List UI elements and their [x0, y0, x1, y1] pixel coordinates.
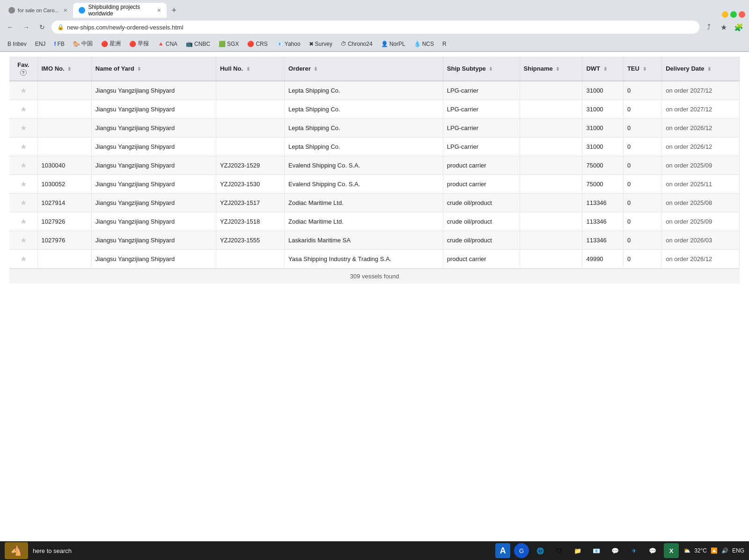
col-teu[interactable]: TEU ⇕ — [623, 57, 661, 81]
dwt-cell: 31000 — [582, 138, 623, 156]
delivery-cell: on order 2026/12 — [662, 250, 740, 269]
subtype-cell: crude oil/product — [443, 231, 520, 250]
back-button[interactable]: ← — [4, 21, 17, 34]
extensions-icon[interactable]: 🧩 — [732, 21, 745, 34]
browser-chrome: for sale on Caro... ✕ Shipbuilding proje… — [0, 0, 749, 52]
taskbar-telegram-icon[interactable]: ✈ — [626, 543, 641, 558]
bookmark-zaobao[interactable]: 🔴 早报 — [125, 39, 153, 49]
table-row: ★ 1027976 Jiangsu Yangzijiang Shipyard Y… — [9, 231, 740, 250]
bookmark-cnbc-label: CNBC — [194, 41, 210, 47]
col-dwt[interactable]: DWT ⇕ — [582, 57, 623, 81]
fav-cell[interactable]: ★ — [9, 231, 37, 250]
search-area[interactable]: here to search — [33, 547, 72, 554]
address-bar[interactable]: 🔒 new-ships.com/newly-ordered-vessels.ht… — [51, 21, 699, 34]
delivery-cell: on order 2025/11 — [662, 175, 740, 194]
bookmark-binbev[interactable]: B Inbev — [4, 40, 30, 48]
star-icon[interactable]: ★ — [20, 255, 27, 263]
subtype-cell: crude oil/product — [443, 194, 520, 212]
share-icon[interactable]: ⤴ — [702, 21, 715, 34]
bookmark-sgx[interactable]: 🟩 SGX — [215, 40, 242, 48]
bookmark-enj[interactable]: ENJ — [31, 40, 50, 48]
tab-2-close[interactable]: ✕ — [157, 7, 161, 14]
col-imo[interactable]: IMO No. ⇕ — [37, 57, 91, 81]
bookmark-yahoo[interactable]: 📧 Yahoo — [272, 40, 304, 48]
star-icon[interactable]: ★ — [20, 199, 27, 207]
shipname-cell — [520, 156, 582, 175]
col-subtype[interactable]: Ship Subtype ⇕ — [443, 57, 520, 81]
minimize-button[interactable] — [722, 11, 728, 18]
orderer-cell: Lepta Shipping Co. — [285, 119, 443, 138]
fav-cell[interactable]: ★ — [9, 119, 37, 138]
new-tab-button[interactable]: + — [167, 3, 181, 18]
star-icon[interactable]: ★ — [20, 161, 27, 169]
delivery-cell: on order 2025/09 — [662, 156, 740, 175]
taskbar-excel-icon[interactable]: X — [664, 543, 679, 558]
bookmark-cna-label: CNA — [166, 41, 177, 47]
star-icon[interactable]: ★ — [20, 236, 27, 244]
reload-button[interactable]: ↻ — [36, 21, 49, 34]
yard-cell: Jiangsu Yangzijiang Shipyard — [91, 212, 216, 231]
taskbar-chat-icon[interactable]: 💬 — [608, 543, 623, 558]
fav-cell[interactable]: ★ — [9, 100, 37, 119]
star-icon[interactable]: ★ — [20, 124, 27, 132]
star-icon[interactable]: ★ — [20, 143, 27, 151]
star-icon[interactable]: ★ — [20, 180, 27, 188]
tray-weather-icon: ⛅ — [683, 547, 690, 554]
fav-cell[interactable]: ★ — [9, 156, 37, 175]
bookmark-norpl[interactable]: 👤 NorPL — [377, 40, 409, 48]
taskbar-grammarly-icon[interactable]: G — [514, 543, 529, 558]
tab-1[interactable]: for sale on Caro... ✕ — [3, 3, 73, 18]
col-delivery[interactable]: Delivery Date ⇕ — [662, 57, 740, 81]
fav-help-icon[interactable]: ? — [20, 69, 27, 76]
bookmark-ncs[interactable]: 💧 NCS — [410, 40, 438, 48]
hull-cell — [216, 100, 284, 119]
col-yard[interactable]: Name of Yard ⇕ — [91, 57, 216, 81]
taskbar-font-icon[interactable]: A — [495, 543, 510, 558]
taskbar-wechat-icon[interactable]: 💬 — [645, 543, 660, 558]
fav-cell[interactable]: ★ — [9, 81, 37, 100]
col-shipname[interactable]: Shipname ⇕ — [520, 57, 582, 81]
close-button[interactable] — [739, 11, 745, 18]
star-icon[interactable]: ★ — [20, 87, 27, 95]
tray-network-icon: 🔼 — [711, 547, 718, 554]
tab-2-icon — [79, 7, 85, 14]
tab-1-close[interactable]: ✕ — [63, 7, 67, 14]
taskbar-folder-icon[interactable]: 📁 — [570, 543, 585, 558]
col-fav[interactable]: Fav. ? — [9, 57, 37, 81]
col-orderer[interactable]: Orderer ⇕ — [285, 57, 443, 81]
bookmark-chrono24[interactable]: ⏱ Chrono24 — [337, 40, 376, 48]
bookmark-r-label: R — [442, 41, 447, 47]
taskbar-globe-icon[interactable]: 🌐 — [533, 543, 548, 558]
taskbar-email-icon[interactable]: 📧 — [589, 543, 604, 558]
forward-button[interactable]: → — [20, 21, 33, 34]
fav-cell[interactable]: ★ — [9, 250, 37, 269]
bookmark-sgx-label: SGX — [227, 41, 239, 47]
fav-cell[interactable]: ★ — [9, 175, 37, 194]
fav-cell[interactable]: ★ — [9, 194, 37, 212]
bookmark-crs[interactable]: 🔴 CRS — [243, 40, 271, 48]
fav-cell[interactable]: ★ — [9, 138, 37, 156]
fav-cell[interactable]: ★ — [9, 212, 37, 231]
star-icon[interactable]: ★ — [20, 105, 27, 113]
tab-2[interactable]: Shipbuilding projects worldwide ✕ — [73, 3, 167, 18]
teu-cell: 0 — [623, 138, 661, 156]
bookmark-icon[interactable]: ★ — [717, 21, 730, 34]
maximize-button[interactable] — [730, 11, 737, 18]
delivery-cell: on order 2025/09 — [662, 212, 740, 231]
bookmark-cnbc[interactable]: 📺 CNBC — [182, 40, 214, 48]
bookmark-survey[interactable]: ✖ Survey — [305, 40, 336, 48]
shipname-cell — [520, 250, 582, 269]
star-icon[interactable]: ★ — [20, 218, 27, 225]
ships-table: Fav. ? IMO No. ⇕ Name of Yard ⇕ Hull No.… — [9, 57, 740, 269]
bookmark-xingzhou[interactable]: 🔴 星洲 — [97, 39, 125, 49]
bookmark-fb[interactable]: f FB — [50, 40, 68, 48]
table-row: ★ 1030040 Jiangsu Yangzijiang Shipyard Y… — [9, 156, 740, 175]
col-hull[interactable]: Hull No. ⇕ — [216, 57, 284, 81]
taskbar-vpn-icon[interactable]: 🛡 — [551, 543, 566, 558]
subtype-cell: product carrier — [443, 175, 520, 194]
bookmark-cna[interactable]: 🔺 CNA — [154, 40, 181, 48]
shipname-cell — [520, 100, 582, 119]
bookmark-china[interactable]: 🐎 中国 — [69, 39, 96, 49]
shipname-cell — [520, 231, 582, 250]
bookmark-r[interactable]: R — [439, 40, 450, 48]
